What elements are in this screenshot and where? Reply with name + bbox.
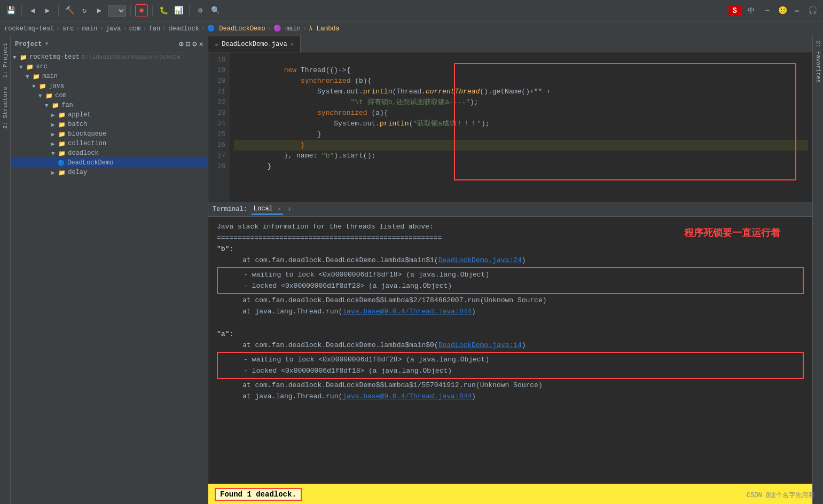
link-deadlock-14[interactable]: DeadLockDemo.java:14	[438, 341, 522, 349]
dots-btn[interactable]: ⋯	[761, 4, 774, 17]
sidebar-icon-collapse[interactable]: ⊟	[186, 40, 190, 49]
bc-src[interactable]: src	[62, 25, 74, 33]
headset-btn[interactable]: 🎧	[806, 4, 819, 17]
tree-root[interactable]: ▼ 📁 rocketmq-test D:\idea2020workspace\r…	[11, 52, 208, 62]
sep5	[189, 5, 190, 16]
b-lock-box: - waiting to lock <0x00000006d1f8df18> (…	[217, 267, 804, 294]
back-btn[interactable]: ◀	[26, 4, 39, 17]
breadcrumb: rocketmq-test › src › main › java › com …	[0, 21, 823, 36]
terminal-tab-local[interactable]: Local ✕	[252, 204, 283, 215]
line-numbers: 18 19 20 21 22 23 24 25 26 27 28	[208, 52, 230, 202]
file-selector[interactable]: DeadLockDemo	[108, 5, 126, 17]
output-b-thread: at java.lang.Thread.run(java.base@9.0.4/…	[217, 306, 804, 317]
sep1	[21, 5, 22, 16]
link-thread-844-1[interactable]: java.base@9.0.4/Thread.java:844	[342, 308, 472, 316]
bc-main2[interactable]: 🟣 main	[273, 25, 301, 33]
emoji-btn[interactable]: 🙂	[776, 4, 789, 17]
content-area: ☕ DeadLockDemo.java ✕ 18 19 20 21 22 23 …	[208, 36, 812, 504]
terminal-tabs: Terminal: Local ✕ +	[208, 202, 812, 217]
ime-indicator: 中	[743, 6, 759, 15]
output-a-waiting: - waiting to lock <0x00000006d1f8df28> (…	[218, 355, 803, 365]
toolbar: 💾 ◀ ▶ 🔨 ↻ ▶ DeadLockDemo ■ 🐛 📊 ⚙ 🔍 S 中 ⋯…	[0, 0, 823, 21]
code-content[interactable]: new Thread(()->{ synchronized (b){ Syste…	[230, 52, 812, 202]
output-b-at: at com.fan.deadlock.DeadLockDemo.lambda$…	[217, 255, 804, 266]
code-line-23: synchronized (a){	[234, 108, 808, 119]
vtab-structure[interactable]: 2: Structure	[1, 82, 10, 133]
link-thread-844-2[interactable]: java.base@9.0.4/Thread.java:844	[342, 392, 472, 400]
vtab-project[interactable]: 1: Project	[1, 38, 10, 82]
sidebar-title: Project	[15, 41, 42, 48]
save-btn[interactable]: 💾	[4, 4, 17, 17]
csdn-watermark: CSDN @这个名字先用着	[747, 491, 814, 500]
terminal-area: Terminal: Local ✕ + 程序死锁要一直运行着 Java stac…	[208, 202, 812, 484]
forward-btn[interactable]: ▶	[41, 4, 54, 17]
bc-main[interactable]: main	[82, 25, 98, 33]
file-tab-deadlockdemo[interactable]: ☕ DeadLockDemo.java ✕	[208, 36, 301, 52]
output-thread-b: "b":	[217, 244, 804, 255]
link-deadlock-24[interactable]: DeadLockDemo.java:24	[438, 256, 522, 264]
run-btn[interactable]: ▶	[93, 4, 106, 17]
tree-blockqueue[interactable]: ▶ 📁 blockqueue	[11, 129, 208, 139]
search-btn[interactable]: 🔍	[209, 4, 222, 17]
bc-fan[interactable]: fan	[148, 25, 160, 33]
bc-deadlock[interactable]: deadlock	[168, 25, 199, 33]
tree-batch[interactable]: ▶ 📁 batch	[11, 120, 208, 129]
settings-btn[interactable]: ⚙	[194, 4, 207, 17]
code-line-21: System.out.println(Thread.currentThread(…	[234, 86, 808, 97]
terminal-tab-add[interactable]: +	[287, 205, 292, 214]
sidebar-icon-settings[interactable]: ⚙	[192, 40, 197, 49]
brand-logo: S	[728, 5, 741, 16]
code-line-26: }	[234, 140, 808, 151]
terminal-tab-close[interactable]: ✕	[278, 206, 281, 212]
tree-applet[interactable]: ▶ 📁 applet	[11, 110, 208, 120]
code-line-24: System.out.println("获取锁a成功！！！");	[234, 119, 808, 129]
sep4	[152, 5, 153, 16]
project-tree: ▼ 📁 rocketmq-test D:\idea2020workspace\r…	[11, 52, 208, 504]
right-tabs: 2: Favorites	[812, 36, 823, 504]
bc-java[interactable]: java	[106, 25, 121, 33]
tree-main[interactable]: ▼ 📁 main	[11, 72, 208, 81]
output-a-lambda: at com.fan.deadlock.DeadLockDemo$$Lambda…	[217, 380, 804, 391]
stop-btn[interactable]: ■	[135, 4, 148, 17]
tree-delay[interactable]: ▶ 📁 delay	[11, 168, 208, 177]
code-line-18	[234, 54, 808, 65]
bc-deadlockdemo[interactable]: 🔵 DeadLockDemo	[207, 25, 265, 33]
debug-btn[interactable]: 🐛	[157, 4, 170, 17]
output-b-lambda: at com.fan.deadlock.DeadLockDemo$$Lambda…	[217, 295, 804, 306]
code-line-27: }, name: "b").start();	[234, 151, 808, 161]
terminal-output[interactable]: 程序死锁要一直运行着 Java stack information for th…	[208, 217, 812, 484]
file-tab-close[interactable]: ✕	[291, 41, 294, 48]
output-b-locked: - locked <0x00000006d1f8df28> (a java.la…	[218, 281, 803, 292]
code-line-20: synchronized (b){	[234, 76, 808, 86]
sidebar-icon-close[interactable]: ✕	[199, 40, 203, 49]
edit-btn[interactable]: ✏	[791, 4, 804, 17]
code-editor[interactable]: 18 19 20 21 22 23 24 25 26 27 28 new Thr…	[208, 52, 812, 202]
code-line-22: "\t 持有锁b,还想试图获取锁a----");	[234, 97, 808, 108]
code-line-28: }	[234, 161, 808, 172]
sync-btn[interactable]: ↻	[78, 4, 91, 17]
build-btn[interactable]: 🔨	[63, 4, 76, 17]
tree-fan[interactable]: ▼ 📁 fan	[11, 100, 208, 110]
bc-lambda[interactable]: λ Lambda	[309, 25, 340, 33]
tree-collection[interactable]: ▶ 📁 collection	[11, 139, 208, 148]
vtab-favorites[interactable]: 2: Favorites	[814, 36, 822, 87]
coverage-btn[interactable]: 📊	[172, 4, 185, 17]
bc-rocketmq[interactable]: rocketmq-test	[4, 25, 54, 33]
sep2	[58, 5, 59, 16]
sidebar: Project ▼ ⊕ ⊟ ⚙ ✕ ▼ 📁 rocketmq-test D:\i…	[11, 36, 208, 504]
output-a-locked: - locked <0x00000006d1f8df18> (a java.la…	[218, 366, 803, 376]
bc-com[interactable]: com	[129, 25, 141, 33]
tree-deadlock[interactable]: ▼ 📁 deadlock	[11, 148, 208, 158]
tree-java[interactable]: ▼ 📁 java	[11, 81, 208, 91]
deadlock-status: Found 1 deadlock.	[215, 488, 302, 501]
code-lines: 18 19 20 21 22 23 24 25 26 27 28 new Thr…	[208, 52, 812, 202]
code-line-19: new Thread(()->{	[234, 65, 808, 76]
terminal-label: Terminal:	[213, 206, 247, 213]
tree-src[interactable]: ▼ 📁 src	[11, 62, 208, 72]
sidebar-header: Project ▼ ⊕ ⊟ ⚙ ✕	[11, 36, 208, 52]
tree-com[interactable]: ▼ 📁 com	[11, 91, 208, 100]
sidebar-icon-scope[interactable]: ⊕	[179, 40, 183, 49]
file-tabs: ☕ DeadLockDemo.java ✕	[208, 36, 812, 52]
status-bar: Found 1 deadlock.	[208, 484, 812, 504]
tree-deadlockdemo[interactable]: 🔵 DeadLockDemo	[11, 158, 208, 168]
